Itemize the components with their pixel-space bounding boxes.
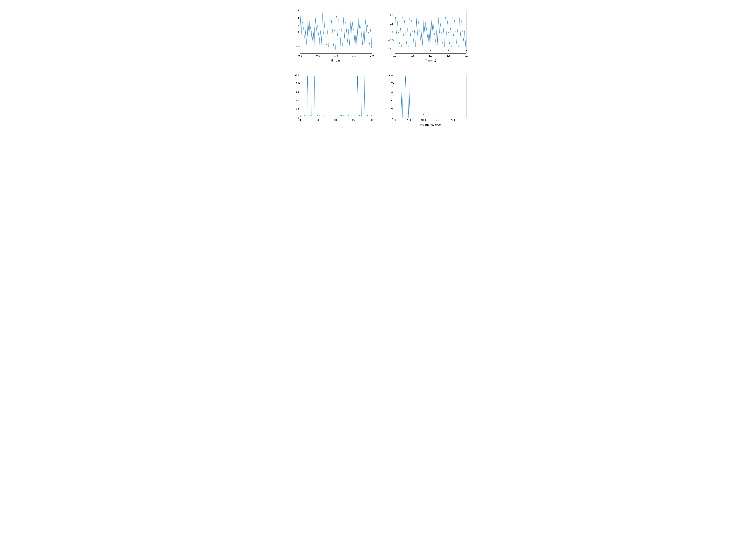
xticks-top-right: 0.00.51.01.52.0	[395, 55, 466, 58]
xtick: 1.0	[334, 55, 338, 57]
series-line-br	[395, 76, 466, 118]
xtick: 100	[334, 119, 338, 122]
xtick: 150	[352, 119, 356, 122]
ytick: 80	[391, 82, 393, 85]
xtick: 1.5	[447, 55, 450, 57]
series-line-tl	[300, 13, 372, 50]
xlabel-top-left: Time (s)	[300, 59, 372, 62]
panel-bottom-right: 020406080100 0.020.040.0−40.0−20.0 Frequ…	[387, 73, 468, 127]
series-line-tr	[395, 17, 466, 47]
xtick: 50	[317, 119, 319, 122]
ytick: 0.5	[390, 23, 393, 25]
xtick: 200	[370, 119, 374, 122]
xtick: −40.0	[434, 119, 441, 122]
xtick: 1.0	[429, 55, 432, 57]
ytick: 20	[391, 108, 393, 111]
series-svg-br	[395, 75, 466, 118]
ytick: 1	[297, 24, 299, 26]
series-svg-tr	[395, 11, 466, 54]
ytick: 40	[391, 99, 393, 102]
xticks-top-left: 0.00.51.01.52.0	[300, 55, 372, 58]
xtick: 20.0	[406, 119, 411, 122]
axes-top-left	[300, 11, 372, 54]
ytick: 80	[296, 82, 299, 85]
ytick: 0	[297, 117, 299, 119]
xtick: 40.0	[421, 119, 426, 122]
ytick: 2	[297, 16, 299, 19]
series-line-bl	[300, 76, 372, 118]
ytick: 60	[296, 91, 299, 93]
xticks-bottom-right: 0.020.040.0−40.0−20.0	[395, 119, 466, 122]
ytick: 100	[389, 73, 393, 76]
panel-bottom-left: 020406080100 050100150200	[293, 73, 373, 127]
ytick: 60	[391, 91, 393, 93]
xtick: 0	[299, 119, 301, 122]
figure: −2−10123 0.00.51.01.52.0 Time (s) −1.0−0…	[276, 0, 480, 136]
ytick: 0	[297, 31, 299, 34]
ytick: 3	[297, 9, 299, 12]
subplot-grid: −2−10123 0.00.51.01.52.0 Time (s) −1.0−0…	[293, 9, 468, 127]
ytick: −1	[296, 38, 299, 41]
yticks-top-right: −1.0−0.50.00.51.0	[387, 11, 394, 54]
panel-top-left: −2−10123 0.00.51.01.52.0 Time (s)	[293, 9, 373, 63]
ytick: −2	[296, 45, 299, 48]
xlabel-bottom-right: Frequency (Hz)	[395, 123, 466, 126]
xtick: 0.0	[393, 55, 396, 57]
xtick: 0.5	[411, 55, 414, 57]
yticks-bottom-right: 020406080100	[387, 75, 394, 118]
panel-top-right: −1.0−0.50.00.51.0 0.00.51.01.52.0 Time (…	[387, 9, 468, 63]
yticks-bottom-left: 020406080100	[293, 75, 300, 118]
series-svg-tl	[300, 11, 372, 54]
xticks-bottom-left: 050100150200	[300, 119, 372, 122]
ytick: 0.0	[390, 31, 393, 34]
ytick: 20	[296, 108, 299, 111]
axes-top-right	[395, 11, 466, 54]
ytick: −0.5	[388, 39, 393, 42]
series-svg-bl	[300, 75, 372, 118]
xtick: 0.5	[316, 55, 320, 57]
axes-bottom-right	[395, 75, 466, 118]
axes-bottom-left	[300, 75, 372, 118]
ytick: −1.0	[388, 47, 393, 50]
ytick: 40	[296, 99, 299, 102]
xtick: 0.0	[298, 55, 302, 57]
xtick: −20.0	[449, 119, 456, 122]
xtick: 2.0	[465, 55, 468, 57]
xlabel-top-right: Time (s)	[395, 59, 466, 62]
xtick: 0.0	[393, 119, 396, 122]
ytick: 1.0	[390, 14, 393, 17]
xtick: 2.0	[370, 55, 374, 57]
xtick: 1.5	[352, 55, 356, 57]
yticks-top-left: −2−10123	[293, 11, 300, 54]
ytick: 100	[295, 73, 299, 76]
